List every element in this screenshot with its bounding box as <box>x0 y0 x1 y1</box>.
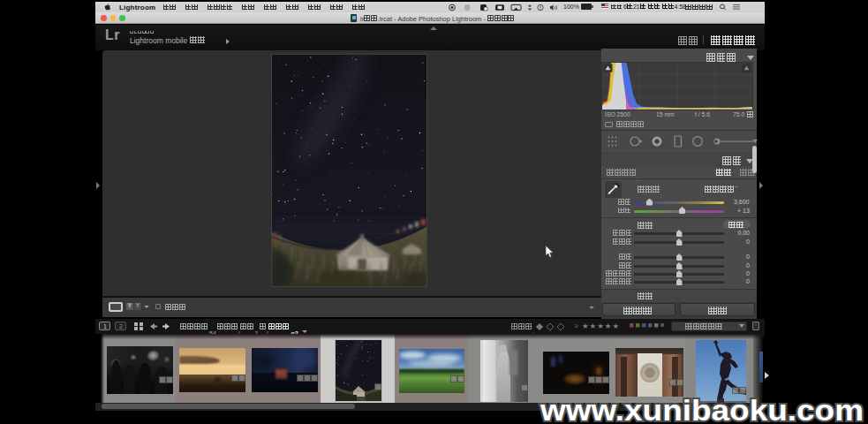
svg-text:www.xunibaoku.com: www.xunibaoku.com <box>540 396 864 424</box>
